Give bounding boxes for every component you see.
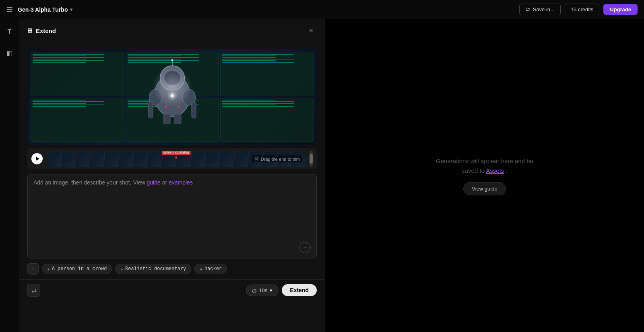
assets-link[interactable]: Assets — [486, 167, 504, 174]
chevron-down-icon: ▾ — [70, 7, 72, 12]
prompt-or-text: or — [162, 179, 169, 186]
right-panel: Generations will appear here and be save… — [325, 19, 644, 332]
robot-scene — [27, 49, 317, 145]
timeline-bar: @testingcatalog ♥ — [27, 148, 317, 169]
settings-button[interactable]: ⇄ — [27, 284, 40, 297]
generations-text-line2: saved to — [462, 167, 485, 174]
prompt-input[interactable] — [33, 186, 311, 242]
film-frame-1 — [47, 151, 61, 167]
panel-title: Extend — [36, 27, 56, 34]
chip-label-2: Realistic documentary — [125, 266, 186, 272]
prompt-static-text: Add an image, then describe your shot. V… — [33, 179, 145, 186]
marker-heart-icon: ♥ — [175, 155, 178, 160]
film-frame-5 — [104, 151, 118, 167]
panel-header-left: ⊞ Extend — [27, 27, 56, 34]
film-frame-12 — [205, 151, 219, 167]
settings-icon: ⇄ — [31, 287, 37, 294]
bottom-right: ◷ 10s ▾ Extend — [246, 284, 317, 296]
film-frame-13 — [219, 151, 233, 167]
main-layout: T ◧ ⊞ Extend ✕ — [0, 19, 644, 332]
menu-icon[interactable]: ☰ — [6, 5, 13, 14]
monitor-6 — [220, 98, 314, 142]
filmstrip-marker-label: @testingcatalog — [161, 151, 191, 155]
chip-icon-2: ✦ — [120, 266, 123, 272]
prompt-actions: − — [33, 242, 311, 253]
generations-empty-text: Generations will appear here and be save… — [436, 156, 533, 176]
trim-hint-text: Drag the end to trim — [261, 156, 300, 161]
extend-panel: ⊞ Extend ✕ — [19, 19, 325, 332]
generations-text-end: . — [506, 167, 508, 174]
svg-rect-15 — [174, 114, 181, 124]
chips-menu-button[interactable]: ≡ — [27, 263, 39, 275]
film-frame-6 — [119, 151, 133, 167]
svg-point-13 — [171, 59, 173, 61]
save-icon: 🗂 — [525, 6, 530, 12]
sidebar-icon-text[interactable]: T — [3, 26, 16, 39]
chip-icon-1: ✦ — [47, 266, 50, 272]
upgrade-button[interactable]: Upgrade — [603, 4, 638, 15]
play-icon — [36, 157, 39, 161]
bottom-controls: ⇄ ◷ 10s ▾ Extend — [19, 279, 325, 301]
prompt-text-row: Add an image, then describe your shot. V… — [33, 179, 311, 186]
monitor-1 — [31, 52, 124, 96]
close-icon: ✕ — [309, 27, 314, 34]
svg-rect-5 — [148, 102, 153, 118]
view-guide-button[interactable]: View guide — [463, 182, 506, 195]
prompt-area: Add an image, then describe your shot. V… — [27, 174, 317, 258]
topbar: ☰ Gen-3 Alpha Turbo ▾ 🗂 Save in... 15 cr… — [0, 0, 644, 19]
prompt-guide-link[interactable]: guide — [147, 179, 160, 186]
save-button[interactable]: 🗂 Save in... — [519, 4, 561, 15]
chip-person-crowd[interactable]: ✦ A person in a crowd — [42, 264, 112, 274]
close-button[interactable]: ✕ — [305, 25, 317, 36]
film-frame-11 — [191, 151, 205, 167]
monitor-4 — [31, 98, 124, 142]
chip-hacker[interactable]: ◈ hacker — [194, 264, 227, 274]
sidebar: T ◧ — [0, 19, 19, 332]
svg-point-2 — [164, 71, 180, 85]
minus-button[interactable]: − — [299, 242, 311, 253]
svg-rect-14 — [163, 114, 170, 124]
prompt-examples-link[interactable]: examples — [169, 179, 193, 186]
sidebar-icon-layers[interactable]: ◧ — [3, 47, 16, 59]
trim-icon: ⌘ — [254, 156, 259, 162]
credits-button[interactable]: 15 credits — [565, 4, 599, 15]
extend-icon: ⊞ — [27, 27, 33, 34]
duration-chevron-icon: ▾ — [270, 287, 272, 293]
save-label: Save in... — [533, 6, 555, 12]
prompt-period: . — [194, 179, 196, 186]
svg-point-10 — [165, 106, 167, 108]
chip-label-1: A person in a crowd — [52, 266, 107, 272]
svg-point-11 — [178, 106, 180, 108]
trim-hint: ⌘ Drag the end to trim — [252, 156, 302, 162]
duration-label: 10s — [259, 287, 267, 293]
topbar-left: ☰ Gen-3 Alpha Turbo ▾ — [6, 5, 72, 14]
model-name: Gen-3 Alpha Turbo — [18, 6, 68, 13]
text-icon: T — [8, 29, 12, 36]
film-frame-7 — [133, 151, 147, 167]
play-button[interactable] — [31, 153, 43, 164]
chip-icon-3: ◈ — [200, 266, 202, 272]
prompt-chips: ≡ ✦ A person in a crowd ✦ Realistic docu… — [27, 263, 317, 275]
scrollbar-thumb — [310, 154, 313, 164]
film-frame-4 — [90, 151, 104, 167]
svg-point-9 — [171, 94, 173, 97]
panel-header: ⊞ Extend ✕ — [19, 19, 325, 42]
monitor-3 — [220, 52, 314, 96]
model-selector[interactable]: Gen-3 Alpha Turbo ▾ — [18, 6, 72, 13]
extend-generate-button[interactable]: Extend — [282, 284, 317, 296]
film-frame-2 — [61, 151, 75, 167]
generations-text-line1: Generations will appear here and be — [436, 158, 533, 164]
film-frame-14 — [234, 151, 248, 167]
layers-icon: ◧ — [6, 49, 12, 57]
robot-figure — [140, 53, 204, 145]
video-preview — [27, 49, 317, 145]
svg-rect-6 — [192, 102, 196, 118]
chip-label-3: hacker — [204, 266, 222, 272]
film-frame-8 — [147, 151, 161, 167]
filmstrip-container: @testingcatalog ♥ — [47, 151, 305, 167]
duration-button[interactable]: ◷ 10s ▾ — [246, 285, 279, 296]
duration-icon: ◷ — [252, 287, 256, 293]
chip-documentary[interactable]: ✦ Realistic documentary — [115, 264, 191, 274]
topbar-right: 🗂 Save in... 15 credits Upgrade — [519, 4, 638, 15]
scrollbar-track[interactable] — [310, 151, 313, 167]
